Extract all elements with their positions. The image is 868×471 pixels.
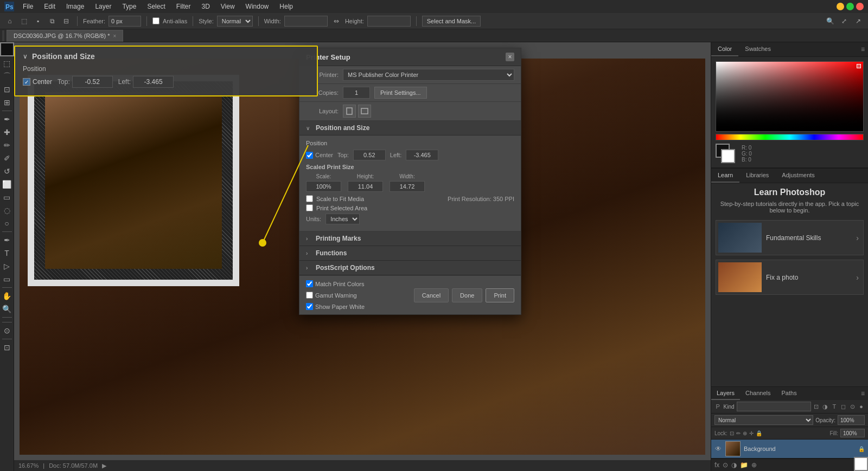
menu-image[interactable]: Image bbox=[62, 2, 88, 11]
tab-close-icon[interactable]: × bbox=[113, 33, 116, 39]
quick-mask-tool[interactable]: ⊙ bbox=[1, 325, 13, 337]
gamut-warning-check[interactable]: Gamut Warning bbox=[306, 292, 357, 299]
print-button[interactable]: Print bbox=[486, 288, 514, 302]
match-print-colors-check[interactable]: Match Print Colors bbox=[306, 280, 364, 287]
width-input[interactable] bbox=[390, 181, 425, 192]
layers-kind-input[interactable] bbox=[737, 402, 811, 411]
height-input[interactable] bbox=[348, 181, 383, 192]
fg-bg-colors[interactable] bbox=[716, 144, 735, 163]
print-settings-button[interactable]: Print Settings... bbox=[374, 87, 427, 99]
cancel-button[interactable]: Cancel bbox=[414, 288, 449, 302]
resize-icon[interactable]: ⤢ bbox=[839, 16, 850, 27]
history-brush-tool[interactable]: ↺ bbox=[1, 165, 13, 177]
feather-input[interactable] bbox=[108, 16, 141, 27]
hand-tool[interactable]: ✋ bbox=[1, 290, 13, 302]
crop-tool[interactable]: ⊞ bbox=[1, 96, 13, 108]
eyedropper-tool[interactable]: ✒ bbox=[1, 113, 13, 125]
style-select[interactable]: Normal bbox=[217, 16, 253, 27]
height-input[interactable] bbox=[367, 16, 411, 27]
pen-tool[interactable]: ✒ bbox=[1, 234, 13, 246]
lock-all-icon[interactable]: 🔒 bbox=[756, 430, 762, 436]
menu-select[interactable]: Select bbox=[143, 2, 169, 11]
blend-mode-select[interactable]: Normal bbox=[714, 415, 813, 425]
background-swatch[interactable] bbox=[721, 149, 735, 163]
intersect-icon[interactable]: ⧉ bbox=[47, 16, 58, 27]
brush-tool[interactable]: ✏ bbox=[1, 139, 13, 151]
menu-layer[interactable]: Layer bbox=[91, 2, 116, 11]
scale-input[interactable] bbox=[306, 181, 341, 192]
object-select-tool[interactable]: ⊡ bbox=[1, 83, 13, 95]
tab-libraries[interactable]: Libraries bbox=[739, 169, 775, 183]
document-tab[interactable]: DSC00360.JPG @ 16.7% (RGB/8) * × bbox=[7, 30, 123, 42]
rect-marquee-icon[interactable]: ▪ bbox=[33, 16, 43, 27]
pixel-icon[interactable]: ⊡ bbox=[813, 402, 820, 411]
learn-card-fundamental[interactable]: Fundamental Skills › bbox=[716, 220, 864, 255]
layer-visibility-icon[interactable]: 👁 bbox=[714, 445, 722, 453]
tab-layers[interactable]: Layers bbox=[711, 387, 740, 400]
tab-learn[interactable]: Learn bbox=[711, 169, 739, 183]
pos-size-section-header[interactable]: ∨ Position and Size bbox=[299, 121, 521, 136]
menu-view[interactable]: View bbox=[216, 2, 239, 11]
dodge-tool[interactable]: ○ bbox=[1, 217, 13, 229]
zoom-tool[interactable]: 🔍 bbox=[1, 303, 13, 315]
marquee-icon[interactable]: ⬚ bbox=[18, 16, 29, 27]
menu-3d[interactable]: 3D bbox=[197, 2, 214, 11]
lock-move-icon[interactable]: ✛ bbox=[749, 430, 754, 436]
menu-filter[interactable]: Filter bbox=[172, 2, 195, 11]
maximize-button[interactable]: + bbox=[846, 3, 854, 10]
shape-tool[interactable]: ▭ bbox=[1, 273, 13, 285]
select-mask-button[interactable]: Select and Mask... bbox=[422, 16, 481, 27]
anti-alias-checkbox[interactable] bbox=[152, 17, 159, 24]
status-arrow[interactable]: ▶ bbox=[102, 462, 106, 469]
subtract-icon[interactable]: ⊟ bbox=[61, 16, 72, 27]
add-mask-icon[interactable]: ⊙ bbox=[723, 461, 728, 469]
home-icon[interactable]: ⌂ bbox=[4, 16, 15, 27]
dialog-close-button[interactable]: × bbox=[506, 53, 514, 61]
lock-paint-icon[interactable]: ✏ bbox=[736, 430, 741, 436]
search-icon[interactable]: 🔍 bbox=[825, 16, 835, 27]
lock-artboard-icon[interactable]: ⊕ bbox=[743, 430, 747, 436]
fx-icon[interactable]: fx bbox=[714, 461, 719, 469]
panel-collapse-icon[interactable]: ≡ bbox=[861, 46, 865, 53]
gamut-warning-checkbox[interactable] bbox=[306, 292, 313, 299]
opacity-input[interactable] bbox=[838, 415, 865, 425]
center-checkbox[interactable] bbox=[306, 152, 313, 159]
layer-row-background[interactable]: 👁 Background 🔒 bbox=[711, 440, 868, 459]
top-input[interactable] bbox=[353, 150, 386, 160]
scale-to-fit-checkbox[interactable] bbox=[306, 195, 313, 202]
tab-paths[interactable]: Paths bbox=[776, 387, 802, 400]
printer-select[interactable]: MS Publisher Color Printer bbox=[343, 69, 514, 81]
tab-swatches[interactable]: Swatches bbox=[738, 42, 777, 56]
swap-icon[interactable]: ⇔ bbox=[331, 16, 342, 27]
portrait-layout-icon[interactable] bbox=[343, 105, 356, 118]
fill-input[interactable] bbox=[840, 429, 865, 437]
gradient-tool[interactable]: ▭ bbox=[1, 191, 13, 203]
smart-obj-icon[interactable]: ⊙ bbox=[849, 402, 856, 411]
done-button[interactable]: Done bbox=[452, 288, 482, 302]
screen-mode-tool[interactable]: ⊡ bbox=[1, 341, 13, 353]
folder-icon[interactable]: 📁 bbox=[740, 461, 748, 469]
lock-pixel-icon[interactable]: ⊡ bbox=[730, 430, 734, 436]
tab-color[interactable]: Color bbox=[711, 42, 738, 56]
shape-layer-icon[interactable]: ◻ bbox=[840, 402, 847, 411]
landscape-layout-icon[interactable] bbox=[358, 105, 371, 118]
adjustment-icon[interactable]: ◑ bbox=[822, 402, 829, 411]
tab-channels[interactable]: Channels bbox=[740, 387, 776, 400]
path-select-tool[interactable]: ▷ bbox=[1, 260, 13, 272]
postscript-section-header[interactable]: › PostScript Options bbox=[299, 261, 521, 275]
clone-tool[interactable]: ✐ bbox=[1, 152, 13, 164]
functions-section-header[interactable]: › Functions bbox=[299, 246, 521, 261]
share-icon[interactable]: ↗ bbox=[853, 16, 864, 27]
menu-edit[interactable]: Edit bbox=[40, 2, 60, 11]
close-button[interactable]: × bbox=[856, 3, 864, 10]
menu-window[interactable]: Window bbox=[241, 2, 273, 11]
left-input[interactable] bbox=[406, 150, 438, 160]
menu-type[interactable]: Type bbox=[118, 2, 141, 11]
menu-help[interactable]: Help bbox=[275, 2, 297, 11]
width-input[interactable] bbox=[284, 16, 328, 27]
blur-tool[interactable]: ◌ bbox=[1, 204, 13, 216]
type-tool[interactable]: T bbox=[1, 247, 13, 259]
selected-icon[interactable]: ● bbox=[858, 402, 865, 411]
type-layer-icon[interactable]: T bbox=[831, 402, 838, 411]
panel-toggle[interactable] bbox=[2, 30, 4, 41]
